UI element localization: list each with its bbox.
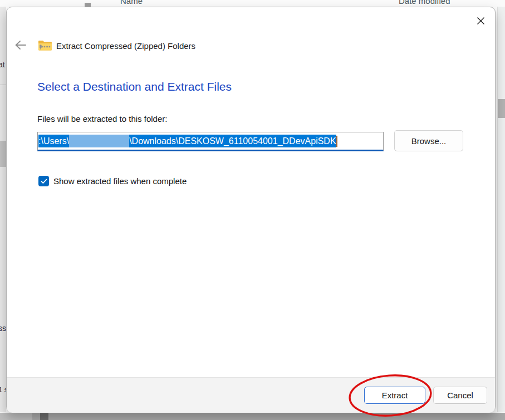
header-checkbox-icon [85, 3, 91, 7]
dialog-footer: Extract Cancel [7, 377, 495, 413]
selected-path-text: :\Users\ \Downloads\DESKOSW_6110054001_D… [38, 135, 336, 147]
background-explorer-topbar: Name Date modified [0, 0, 505, 7]
redacted-username-blur [69, 135, 129, 147]
path-prefix: :\Users\ [38, 136, 69, 146]
background-scrollbar-thumb[interactable] [0, 141, 6, 167]
background-text-fragment: at [0, 60, 5, 69]
close-icon [477, 17, 485, 25]
page-heading: Select a Destination and Extract Files [37, 80, 232, 93]
zip-folder-icon [38, 39, 52, 51]
destination-label: Files will be extracted to this folder: [37, 114, 167, 123]
text-caret [336, 136, 337, 147]
show-extracted-checkbox[interactable] [38, 176, 49, 186]
cancel-button[interactable]: Cancel [433, 387, 487, 404]
background-bottom-strip [0, 413, 505, 420]
background-scrollbar-thumb-right[interactable] [498, 99, 505, 118]
column-header-name[interactable]: Name [120, 0, 143, 6]
background-bottom-segment [0, 413, 32, 420]
back-arrow-icon [14, 39, 27, 51]
column-header-date-modified[interactable]: Date modified [399, 0, 450, 6]
screenshot-root: Name Date modified at ss 1 s [0, 0, 505, 420]
dialog-title: Extract Compressed (Zipped) Folders [56, 41, 195, 51]
background-bottom-dark-bar [40, 413, 48, 420]
background-text-fragment: 1 s [0, 386, 6, 394]
extract-dialog: Extract Compressed (Zipped) Folders Sele… [6, 7, 496, 412]
background-right-strip [497, 7, 505, 412]
show-extracted-option: Show extracted files when complete [38, 176, 187, 186]
close-button[interactable] [473, 13, 488, 28]
back-button[interactable] [14, 39, 27, 51]
background-left-strip: at ss 1 s [0, 7, 6, 412]
background-divider [0, 85, 6, 85]
destination-path-input[interactable]: :\Users\ \Downloads\DESKOSW_6110054001_D… [37, 132, 384, 151]
background-text-fragment: ss [0, 324, 6, 333]
extract-button[interactable]: Extract [364, 387, 425, 404]
browse-button[interactable]: Browse... [394, 130, 463, 151]
path-suffix: \Downloads\DESKOSW_6110054001_DDevApiSDK [129, 136, 336, 146]
show-extracted-label: Show extracted files when complete [53, 176, 187, 186]
checkmark-icon [41, 179, 47, 184]
